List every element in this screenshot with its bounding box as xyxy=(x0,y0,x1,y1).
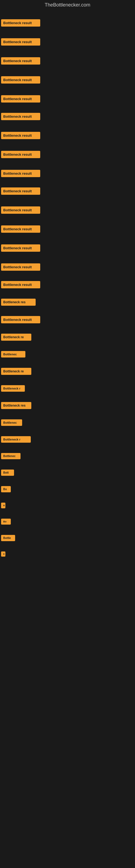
bottleneck-badge[interactable]: Bottleneck result xyxy=(1,316,40,323)
list-item: Bott xyxy=(1,461,134,478)
list-item: Bottleneck result xyxy=(1,235,134,254)
list-item: Bottleneck result xyxy=(1,48,134,67)
bottleneck-badge[interactable]: B xyxy=(1,552,5,557)
bottleneck-badge[interactable]: Bott xyxy=(1,469,14,476)
list-item: Bottleneck result xyxy=(1,141,134,160)
list-item: Bottleneck result xyxy=(1,160,134,179)
list-item: Bottleneck result xyxy=(1,254,134,273)
site-header: TheBottlenecker.com xyxy=(0,0,135,10)
list-item: Bottleneck result xyxy=(1,29,134,48)
bottleneck-badge[interactable]: B xyxy=(1,503,5,508)
list-item: Bottleneck re xyxy=(1,326,134,343)
site-title: TheBottlenecker.com xyxy=(0,0,135,10)
bottleneck-badge[interactable]: Bo xyxy=(1,519,11,525)
bottleneck-badge[interactable]: Bottleneck re xyxy=(1,334,31,341)
bottleneck-badge[interactable]: Bottleneck result xyxy=(1,19,40,27)
list-item: Bottleneck result xyxy=(1,105,134,122)
list-item: Bottleneck result xyxy=(1,11,134,29)
list-item: Bottleneck result xyxy=(1,216,134,235)
bottleneck-badge[interactable]: Bottleneck res xyxy=(1,402,31,409)
bottleneck-badge[interactable]: Bottlenec xyxy=(1,453,20,459)
bottleneck-badge[interactable]: Bottleneck result xyxy=(1,170,40,177)
bottleneck-badge[interactable]: Bottleneck result xyxy=(1,225,40,233)
bottleneck-badge[interactable]: Bottle xyxy=(1,535,15,541)
bottleneck-badge[interactable]: Bottleneck result xyxy=(1,281,40,288)
bottleneck-badge[interactable]: Bottleneck res xyxy=(1,299,36,306)
list-item: Bottlenec xyxy=(1,445,134,461)
list-item: Bottleneck result xyxy=(1,308,134,326)
bottleneck-list: Bottleneck resultBottleneck resultBottle… xyxy=(0,10,135,613)
bottleneck-badge[interactable]: Bottleneck result xyxy=(1,187,40,195)
bottleneck-badge[interactable]: Bottleneck result xyxy=(1,207,40,214)
bottleneck-badge[interactable]: Bottleneck result xyxy=(1,38,40,45)
list-item: Bottleneck result xyxy=(1,67,134,86)
bottleneck-badge[interactable]: Bottleneck r xyxy=(1,385,25,392)
bottleneck-badge[interactable]: Bottleneck r xyxy=(1,436,31,443)
bottleneck-badge[interactable]: Bottleneck result xyxy=(1,244,40,252)
list-item: Bottleneck r xyxy=(1,377,134,394)
bottleneck-badge[interactable]: Bottleneck result xyxy=(1,151,40,158)
list-item: Bottleneck r xyxy=(1,428,134,445)
list-item: Bo xyxy=(1,478,134,495)
list-item: B xyxy=(1,543,134,559)
list-item: Bottleneck res xyxy=(1,290,134,308)
list-item: Bottleneck result xyxy=(1,197,134,216)
bottleneck-badge[interactable]: Bottlenec xyxy=(1,351,26,358)
bottleneck-badge[interactable]: Bottlenec xyxy=(1,420,22,426)
list-item: Bottleneck res xyxy=(1,394,134,411)
bottleneck-badge[interactable]: Bottleneck re xyxy=(1,368,31,375)
list-item: Bo xyxy=(1,510,134,527)
bottleneck-badge[interactable]: Bottleneck result xyxy=(1,57,40,65)
list-item: Bottlenec xyxy=(1,411,134,428)
bottleneck-badge[interactable]: Bo xyxy=(1,486,11,492)
list-item: Bottlenec xyxy=(1,343,134,360)
list-item: Bottle xyxy=(1,527,134,543)
list-item: B xyxy=(1,495,134,510)
bottleneck-badge[interactable]: Bottleneck result xyxy=(1,132,40,139)
list-item: Bottleneck result xyxy=(1,86,134,105)
list-item: Bottleneck re xyxy=(1,360,134,377)
bottleneck-badge[interactable]: Bottleneck result xyxy=(1,95,40,102)
bottleneck-badge[interactable]: Bottleneck result xyxy=(1,113,40,120)
bottleneck-badge[interactable]: Bottleneck result xyxy=(1,76,40,84)
list-item: Bottleneck result xyxy=(1,179,134,197)
bottleneck-badge[interactable]: Bottleneck result xyxy=(1,264,40,271)
list-item: Bottleneck result xyxy=(1,273,134,290)
list-item: Bottleneck result xyxy=(1,122,134,141)
